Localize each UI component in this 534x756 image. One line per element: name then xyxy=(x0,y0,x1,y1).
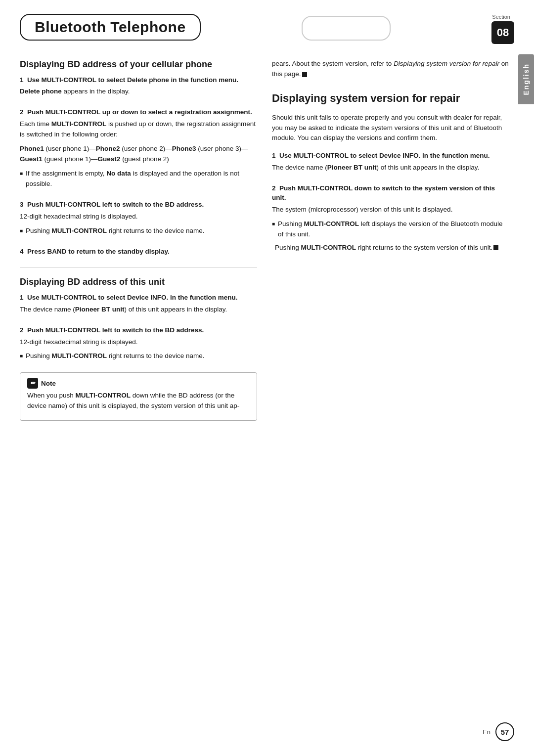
step-1-bold: Use MULTI-CONTROL to select Delete phone… xyxy=(27,76,238,84)
section-bd-unit-heading: Displaying BD address of this unit xyxy=(20,276,257,288)
note-title-row: ✏ Note xyxy=(27,378,250,389)
bullet-icon: ■ xyxy=(20,170,23,178)
note-body: When you push MULTI-CONTROL down while t… xyxy=(27,391,250,411)
header-circle-box xyxy=(302,16,391,41)
page-title: Bluetooth Telephone xyxy=(35,19,186,36)
note-box: ✏ Note When you push MULTI-CONTROL down … xyxy=(20,372,257,421)
step-2-unit-body: 12-digit hexadecimal string is displayed… xyxy=(20,337,257,348)
header: Bluetooth Telephone Section 08 xyxy=(0,0,534,44)
step-3-bullet: ■ Pushing MULTI-CONTROL right returns to… xyxy=(20,226,257,236)
note-continuation: pears. About the system version, refer t… xyxy=(272,59,509,80)
step-2-cellular: 2 Push MULTI-CONTROL up or down to selec… xyxy=(20,108,257,189)
step-4-cellular-heading: 4 Press BAND to return to the standby di… xyxy=(20,247,257,257)
step-2-unit-bullet: ■ Pushing MULTI-CONTROL right returns to… xyxy=(20,351,257,361)
step-2-sysver-bullet2: Pushing MULTI-CONTROL right returns to t… xyxy=(272,243,509,253)
step-2-sysver-heading: 2 Push MULTI-CONTROL down to switch to t… xyxy=(272,184,509,203)
section-system-version-heading: Displaying system version for repair xyxy=(272,91,509,106)
right-column: pears. About the system version, refer t… xyxy=(272,59,509,421)
bullet-icon: ■ xyxy=(272,220,275,228)
step-2-sysver-body: The system (microprocessor) version of t… xyxy=(272,205,509,215)
section-system-version: Displaying system version for repair Sho… xyxy=(272,91,509,253)
section-cellular-phone: Displaying BD address of your cellular p… xyxy=(20,59,257,256)
step-2-sysver-bullet1: ■ Pushing MULTI-CONTROL left displays th… xyxy=(272,219,509,240)
bullet-icon: ■ xyxy=(20,352,23,360)
footer-en-label: En xyxy=(483,728,490,736)
section-system-version-intro: Should this unit fails to operate proper… xyxy=(272,113,509,144)
step-2-body: Each time MULTI-CONTROL is pushed up or … xyxy=(20,119,257,140)
side-tab-english: English xyxy=(518,54,534,104)
step-2-bullet: ■ If the assignment is empty, No data is… xyxy=(20,169,257,189)
section-cellular-phone-heading: Displaying BD address of your cellular p… xyxy=(20,59,257,70)
step-1-cellular: 1 Use MULTI-CONTROL to select Delete pho… xyxy=(20,76,257,97)
step-2-sysver: 2 Push MULTI-CONTROL down to switch to t… xyxy=(272,184,509,253)
step-1-num: 1 xyxy=(20,76,27,84)
stop-square-1 xyxy=(302,72,307,77)
note-label: Note xyxy=(41,380,56,387)
step-1-body: Delete phone appears in the display. xyxy=(20,87,257,97)
step-1-sysver-body: The device name (Pioneer BT unit) of thi… xyxy=(272,163,509,173)
title-box: Bluetooth Telephone xyxy=(20,14,201,41)
step-2-unit: 2 Push MULTI-CONTROL left to switch to t… xyxy=(20,326,257,362)
section-label: Section xyxy=(492,14,510,20)
bullet-icon: ■ xyxy=(20,227,23,235)
step-3-cellular-heading: 3 Push MULTI-CONTROL left to switch to t… xyxy=(20,200,257,210)
left-column: Displaying BD address of your cellular p… xyxy=(20,59,257,421)
footer: En 57 xyxy=(483,722,514,741)
step-1-unit: 1 Use MULTI-CONTROL to select Device INF… xyxy=(20,293,257,315)
header-section-group: Section 08 xyxy=(491,14,514,44)
section-bd-unit: Displaying BD address of this unit 1 Use… xyxy=(20,276,257,361)
page: Bluetooth Telephone Section 08 English D… xyxy=(0,0,534,756)
step-3-body: 12-digit hexadecimal string is displayed… xyxy=(20,212,257,222)
step-1-unit-heading: 1 Use MULTI-CONTROL to select Device INF… xyxy=(20,293,257,303)
section-badge: 08 xyxy=(491,21,514,44)
step-2-unit-heading: 2 Push MULTI-CONTROL left to switch to t… xyxy=(20,326,257,335)
step-1-sysver-heading: 1 Use MULTI-CONTROL to select Device INF… xyxy=(272,151,509,161)
divider-1 xyxy=(20,267,257,267)
footer-page-number: 57 xyxy=(495,722,514,741)
step-2-phone-list: Phone1 (user phone 1)—Phone2 (user phone… xyxy=(20,144,257,165)
stop-square-2 xyxy=(493,245,498,250)
step-3-cellular: 3 Push MULTI-CONTROL left to switch to t… xyxy=(20,200,257,236)
step-1-unit-body: The device name (Pioneer BT unit) of thi… xyxy=(20,305,257,315)
step-2-cellular-heading: 2 Push MULTI-CONTROL up or down to selec… xyxy=(20,108,257,117)
step-4-cellular: 4 Press BAND to return to the standby di… xyxy=(20,247,257,257)
step-1-cellular-heading: 1 Use MULTI-CONTROL to select Delete pho… xyxy=(20,76,257,85)
note-icon: ✏ xyxy=(27,378,38,389)
step-1-sysver: 1 Use MULTI-CONTROL to select Device INF… xyxy=(272,151,509,173)
main-content: Displaying BD address of your cellular p… xyxy=(0,44,534,421)
